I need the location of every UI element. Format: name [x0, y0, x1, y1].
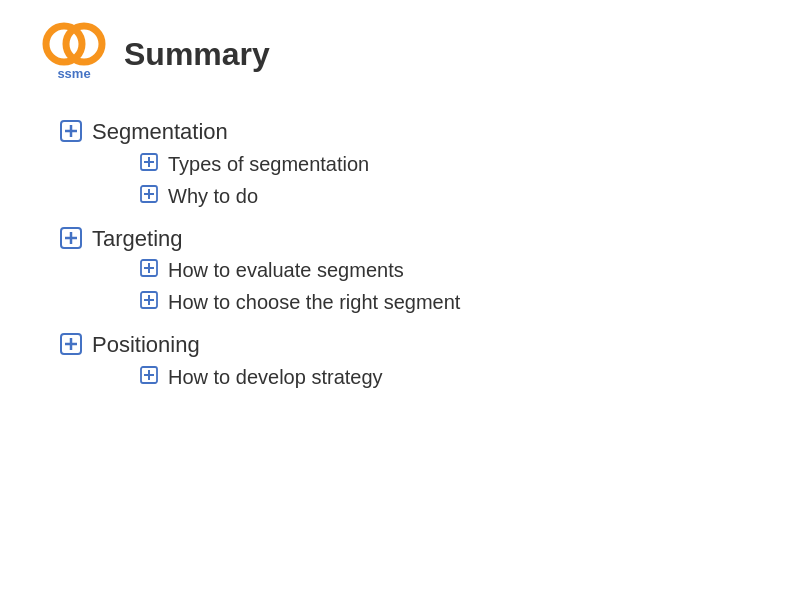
outline-sub-choose: How to choose the right segment [168, 289, 460, 315]
outline-item-targeting: Targeting [92, 226, 183, 251]
outline-item-positioning: Positioning [92, 332, 200, 357]
sub-list-segmentation: Types of segmentation Why to do [92, 151, 369, 209]
ssme-logo: ssme [40, 20, 108, 88]
header: ssme Summary [40, 20, 752, 88]
bullet-icon [60, 120, 82, 142]
sub-list-item: How to choose the right segment [140, 289, 460, 315]
list-item: Segmentation Types of segmentation [60, 118, 752, 215]
outline-sub-develop: How to develop strategy [168, 364, 383, 390]
bullet-icon [60, 333, 82, 355]
sub-bullet-icon [140, 291, 158, 309]
sub-list-item: Why to do [140, 183, 369, 209]
sub-list-item: Types of segmentation [140, 151, 369, 177]
sub-bullet-icon [140, 153, 158, 171]
outline-sub-why: Why to do [168, 183, 258, 209]
sub-list-item: How to evaluate segments [140, 257, 460, 283]
svg-text:ssme: ssme [57, 66, 90, 81]
list-item: Targeting How to evaluate segments [60, 225, 752, 322]
sub-list-positioning: How to develop strategy [92, 364, 383, 390]
outline-sub-types: Types of segmentation [168, 151, 369, 177]
bullet-icon [60, 227, 82, 249]
outline-item-segmentation: Segmentation [92, 119, 228, 144]
slide: ssme Summary Segmentation [0, 0, 792, 612]
sub-bullet-icon [140, 185, 158, 203]
outline-sub-evaluate: How to evaluate segments [168, 257, 404, 283]
sub-list-targeting: How to evaluate segments How to choose t… [92, 257, 460, 315]
page-title: Summary [124, 36, 270, 73]
list-item: Positioning How to develop strategy [60, 331, 752, 396]
sub-bullet-icon [140, 366, 158, 384]
sub-list-item: How to develop strategy [140, 364, 383, 390]
sub-bullet-icon [140, 259, 158, 277]
outline-content: Segmentation Types of segmentation [40, 118, 752, 396]
